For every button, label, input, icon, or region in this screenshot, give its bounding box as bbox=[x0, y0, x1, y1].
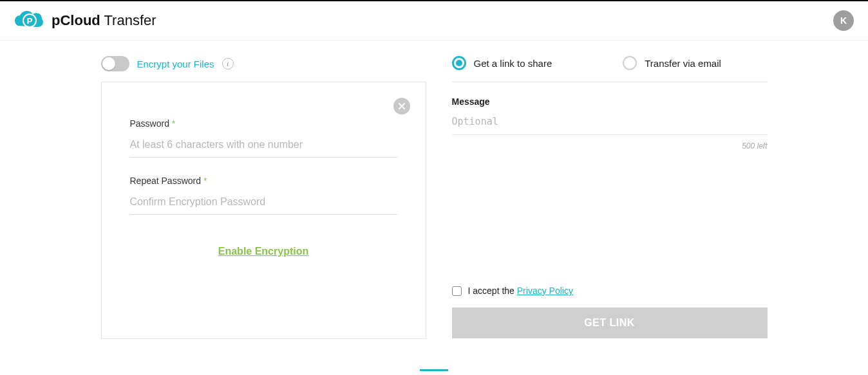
message-block: Message 500 left bbox=[452, 96, 768, 151]
password-label: Password * bbox=[130, 118, 397, 129]
repeat-password-label: Repeat Password * bbox=[130, 176, 397, 186]
svg-text:P: P bbox=[27, 16, 33, 26]
radio-icon-selected bbox=[452, 56, 466, 70]
info-icon[interactable]: i bbox=[222, 58, 234, 69]
main: Encrypt your Files i Password * Repeat P… bbox=[0, 41, 868, 339]
password-input[interactable] bbox=[130, 135, 397, 158]
char-counter: 500 left bbox=[452, 142, 768, 151]
header: P pCloud Transfer K bbox=[0, 1, 868, 41]
repeat-password-input[interactable] bbox=[130, 192, 397, 215]
close-icon bbox=[398, 102, 406, 110]
accept-row: I accept the Privacy Policy bbox=[452, 286, 768, 296]
left-column: Encrypt your Files i Password * Repeat P… bbox=[101, 56, 426, 339]
encrypt-toggle-row: Encrypt your Files i bbox=[101, 56, 426, 82]
message-label: Message bbox=[452, 96, 768, 107]
right-column: Get a link to share Transfer via email M… bbox=[452, 56, 768, 339]
message-input[interactable] bbox=[452, 113, 768, 135]
logo[interactable]: P pCloud Transfer bbox=[12, 9, 156, 32]
repeat-password-field: Repeat Password * bbox=[130, 176, 397, 215]
radio-get-link-label: Get a link to share bbox=[474, 58, 552, 69]
radio-icon bbox=[623, 56, 637, 70]
encrypt-label: Encrypt your Files bbox=[137, 59, 214, 69]
accept-text: I accept the Privacy Policy bbox=[468, 286, 573, 296]
radio-get-link[interactable]: Get a link to share bbox=[452, 56, 552, 70]
bottom-accent bbox=[420, 369, 448, 371]
encryption-panel: Password * Repeat Password * Enable Encr… bbox=[101, 82, 426, 339]
accept-checkbox[interactable] bbox=[452, 286, 462, 296]
get-link-button[interactable]: GET LINK bbox=[452, 307, 768, 338]
encrypt-toggle[interactable] bbox=[101, 56, 129, 71]
pcloud-logo-icon: P bbox=[12, 9, 45, 32]
close-button[interactable] bbox=[393, 98, 410, 114]
privacy-policy-link[interactable]: Privacy Policy bbox=[517, 286, 573, 296]
brand-text: pCloud Transfer bbox=[52, 12, 156, 29]
avatar[interactable]: K bbox=[833, 10, 854, 31]
radio-transfer-email[interactable]: Transfer via email bbox=[623, 56, 721, 70]
toggle-knob bbox=[102, 57, 115, 70]
radio-transfer-email-label: Transfer via email bbox=[645, 58, 721, 69]
password-field: Password * bbox=[130, 118, 397, 158]
enable-encryption-link[interactable]: Enable Encryption bbox=[130, 246, 397, 257]
transfer-mode-radios: Get a link to share Transfer via email bbox=[452, 56, 768, 82]
